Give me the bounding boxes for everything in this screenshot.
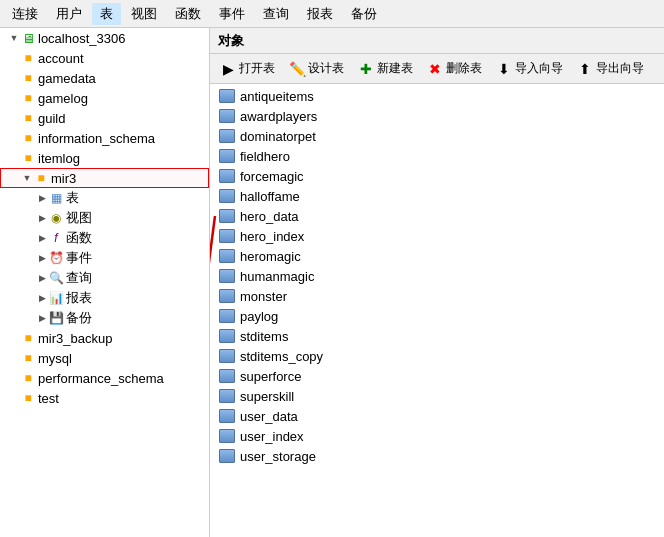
sidebar-item-test[interactable]: ■ test [0, 388, 209, 408]
report-expand-arrow: ▶ [36, 293, 48, 303]
table-item[interactable]: heromagic [210, 246, 664, 266]
main-layout: ▼ 🖥 localhost_3306 ■ account ■ gamedata … [0, 28, 664, 537]
db-label-perf: performance_schema [38, 371, 164, 386]
table-item-icon [218, 388, 236, 404]
db-icon-gamedata: ■ [20, 70, 36, 86]
sidebar-item-gamelog[interactable]: ■ gamelog [0, 88, 209, 108]
table-item-label: halloffame [240, 189, 300, 204]
table-item[interactable]: hero_data [210, 206, 664, 226]
table-item[interactable]: halloffame [210, 186, 664, 206]
table-item-icon [218, 88, 236, 104]
table-item[interactable]: awardplayers [210, 106, 664, 126]
query-group-icon: 🔍 [48, 270, 64, 286]
table-item-label: antiqueitems [240, 89, 314, 104]
menu-event[interactable]: 事件 [211, 3, 253, 25]
sidebar-item-mir3-queries[interactable]: ▶ 🔍 查询 [0, 268, 209, 288]
table-item[interactable]: dominatorpet [210, 126, 664, 146]
sidebar-item-account[interactable]: ■ account [0, 48, 209, 68]
table-item-label: paylog [240, 309, 278, 324]
table-item[interactable]: paylog [210, 306, 664, 326]
views-expand-arrow: ▶ [36, 213, 48, 223]
new-table-icon: ✚ [358, 61, 374, 77]
backup-group-icon: 💾 [48, 310, 64, 326]
delete-table-button[interactable]: ✖ 删除表 [421, 58, 488, 79]
table-item[interactable]: stditems [210, 326, 664, 346]
new-table-button[interactable]: ✚ 新建表 [352, 58, 419, 79]
db-icon-guild: ■ [20, 110, 36, 126]
sidebar-item-performance-schema[interactable]: ■ performance_schema [0, 368, 209, 388]
table-item-label: stditems_copy [240, 349, 323, 364]
sidebar-item-mir3-functions[interactable]: ▶ f 函数 [0, 228, 209, 248]
sidebar-item-guild[interactable]: ■ guild [0, 108, 209, 128]
db-icon-perf: ■ [20, 370, 36, 386]
table-item-icon [218, 208, 236, 224]
export-wizard-label: 导出向导 [596, 60, 644, 77]
sidebar-item-gamedata[interactable]: ■ gamedata [0, 68, 209, 88]
menu-query[interactable]: 查询 [255, 3, 297, 25]
design-table-button[interactable]: ✏️ 设计表 [283, 58, 350, 79]
table-item[interactable]: user_storage [210, 446, 664, 466]
delete-table-label: 删除表 [446, 60, 482, 77]
menu-user[interactable]: 用户 [48, 3, 90, 25]
db-icon-mysql: ■ [20, 350, 36, 366]
sidebar-item-mir3-tables[interactable]: ▶ ▦ 表 [0, 188, 209, 208]
db-icon-gamelog: ■ [20, 90, 36, 106]
content-area: 对象 ▶ 打开表 ✏️ 设计表 ✚ 新建表 ✖ 删除表 ⬇ 导入向导 [210, 28, 664, 537]
export-wizard-button[interactable]: ⬆ 导出向导 [571, 58, 650, 79]
event-expand-arrow: ▶ [36, 253, 48, 263]
export-wizard-icon: ⬆ [577, 61, 593, 77]
sidebar-item-mir3-views[interactable]: ▶ ◉ 视图 [0, 208, 209, 228]
db-label-guild: guild [38, 111, 65, 126]
menu-connect[interactable]: 连接 [4, 3, 46, 25]
report-label: 报表 [66, 289, 92, 307]
sidebar-item-itemlog[interactable]: ■ itemlog [0, 148, 209, 168]
db-label-mir3: mir3 [51, 171, 76, 186]
table-item[interactable]: superskill [210, 386, 664, 406]
backup-expand-arrow: ▶ [36, 313, 48, 323]
new-table-label: 新建表 [377, 60, 413, 77]
db-label-mir3-backup: mir3_backup [38, 331, 112, 346]
table-item[interactable]: fieldhero [210, 146, 664, 166]
open-table-button[interactable]: ▶ 打开表 [214, 58, 281, 79]
sidebar-item-mir3-reports[interactable]: ▶ 📊 报表 [0, 288, 209, 308]
db-icon-itemlog: ■ [20, 150, 36, 166]
db-label-test: test [38, 391, 59, 406]
menu-report[interactable]: 报表 [299, 3, 341, 25]
menu-backup[interactable]: 备份 [343, 3, 385, 25]
menu-table[interactable]: 表 [92, 3, 121, 25]
sidebar-item-mir3[interactable]: ▼ ■ mir3 [0, 168, 209, 188]
table-item[interactable]: monster [210, 286, 664, 306]
table-item-icon [218, 148, 236, 164]
table-item[interactable]: antiqueitems [210, 86, 664, 106]
table-item-icon [218, 248, 236, 264]
tables-label: 表 [66, 189, 79, 207]
func-expand-arrow: ▶ [36, 233, 48, 243]
sidebar-item-information-schema[interactable]: ■ information_schema [0, 128, 209, 148]
object-header: 对象 [210, 28, 664, 54]
delete-table-icon: ✖ [427, 61, 443, 77]
root-label: localhost_3306 [38, 31, 125, 46]
table-item[interactable]: user_index [210, 426, 664, 446]
table-item[interactable]: stditems_copy [210, 346, 664, 366]
table-item[interactable]: user_data [210, 406, 664, 426]
table-item-label: hero_index [240, 229, 304, 244]
tree-root[interactable]: ▼ 🖥 localhost_3306 [0, 28, 209, 48]
table-item[interactable]: humanmagic [210, 266, 664, 286]
table-item[interactable]: hero_index [210, 226, 664, 246]
sidebar: ▼ 🖥 localhost_3306 ■ account ■ gamedata … [0, 28, 210, 537]
view-group-icon: ◉ [48, 210, 64, 226]
table-item[interactable]: forcemagic [210, 166, 664, 186]
table-item-icon [218, 108, 236, 124]
sidebar-item-mir3-backups[interactable]: ▶ 💾 备份 [0, 308, 209, 328]
table-item-label: superforce [240, 369, 301, 384]
query-label: 查询 [66, 269, 92, 287]
sidebar-item-mir3-events[interactable]: ▶ ⏰ 事件 [0, 248, 209, 268]
import-wizard-button[interactable]: ⬇ 导入向导 [490, 58, 569, 79]
table-item[interactable]: superforce [210, 366, 664, 386]
menu-view[interactable]: 视图 [123, 3, 165, 25]
table-item-label: forcemagic [240, 169, 304, 184]
table-item-icon [218, 328, 236, 344]
sidebar-item-mir3-backup[interactable]: ■ mir3_backup [0, 328, 209, 348]
sidebar-item-mysql[interactable]: ■ mysql [0, 348, 209, 368]
menu-function[interactable]: 函数 [167, 3, 209, 25]
